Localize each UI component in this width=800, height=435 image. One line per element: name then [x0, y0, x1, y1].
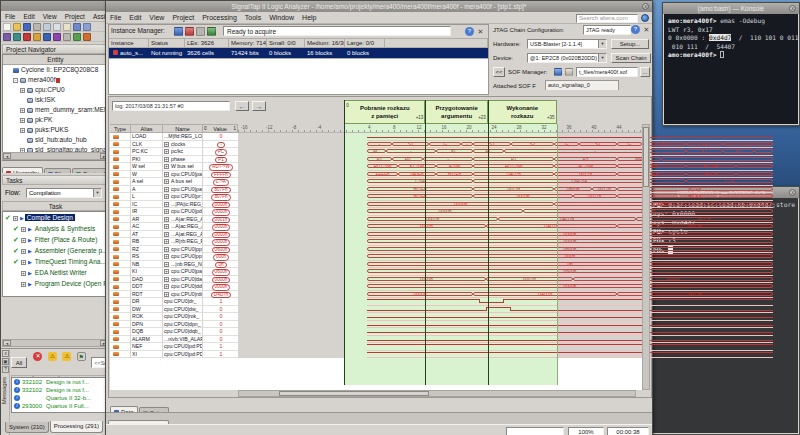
- signal-row-w[interactable]: W+cpu:CPU0|pa:PA|wFFFFh: [110, 171, 238, 179]
- help-icon[interactable]: ?: [465, 27, 474, 36]
- task-list-hscrollbar[interactable]: ◄ ►: [2, 339, 109, 347]
- scan-chain-button[interactable]: Scan Chain: [611, 53, 651, 63]
- task-expander-icon[interactable]: +: [21, 271, 26, 276]
- task-expander-icon[interactable]: +: [13, 216, 18, 221]
- signal-name-cell[interactable]: +cpu:CPU0|rdt_: [163, 291, 203, 299]
- chevron-down-icon[interactable]: ▼: [598, 54, 606, 62]
- instance-column-2[interactable]: LEs: 3626: [185, 38, 229, 48]
- signaltap-titlebar[interactable]: SignalTap II Logic Analyzer - /home/amo/…: [106, 1, 652, 12]
- task-item-program-device-open-pro-[interactable]: +▶Program Device (Open Pro...: [3, 278, 108, 289]
- signal-expander-icon[interactable]: +: [164, 217, 169, 222]
- message-row[interactable]: i332102Design is not f...: [12, 386, 108, 394]
- waveform-row-dw[interactable]: [367, 306, 773, 314]
- task-item-timequest-timing-ana-[interactable]: ✔+▶TimeQuest Timing Ana...: [3, 256, 108, 267]
- stop-compile-icon[interactable]: [23, 33, 31, 41]
- tree-item-cpu-cpu0[interactable]: +cpu:CPU0: [3, 85, 108, 95]
- copy-icon[interactable]: [53, 23, 61, 31]
- waveform-row-rdt[interactable]: 0000hD4D7h0017h: [367, 291, 773, 299]
- menu-item-tools[interactable]: Tools: [241, 12, 265, 24]
- tree-item-isk-isk[interactable]: isk:ISK: [3, 95, 108, 105]
- signal-alias-cell[interactable]: DDT: [131, 283, 163, 291]
- signal-row-dr[interactable]: DRcpu:CPU0|dr_1: [110, 298, 238, 306]
- konsole-bash-titlebar[interactable]: (amo:bash) — Konsole: [663, 3, 799, 14]
- time-ruler[interactable]: -16-12-8-44812162024283236404448: [238, 124, 644, 133]
- tree-expander-icon[interactable]: +: [20, 128, 25, 133]
- waveform-row-w-sel[interactable]: RDT->WKL->WA->WRDT->WAC->WA->WKL->W-: [367, 163, 773, 171]
- signal-expander-icon[interactable]: +: [164, 262, 169, 267]
- close-icon[interactable]: x: [789, 5, 796, 12]
- menu-item-file[interactable]: File: [106, 12, 125, 24]
- signal-name-cell[interactable]: cpu:CPU0|dqb_: [163, 328, 203, 336]
- signal-alias-cell[interactable]: A: [131, 186, 163, 194]
- close-panel-icon[interactable]: ✕: [476, 27, 485, 36]
- signal-alias-cell[interactable]: DPN: [131, 321, 163, 329]
- waveform-row-rs[interactable]: 000h: [367, 253, 773, 261]
- signal-alias-cell[interactable]: AT: [131, 231, 163, 239]
- tree-item-cyclone-ii-ep2c8q208c8[interactable]: Cyclone II: EP2C8Q208C8: [3, 65, 108, 75]
- signal-name-cell[interactable]: +W bus sel: [163, 163, 203, 171]
- tab-system-210-[interactable]: System (210): [5, 422, 49, 433]
- waveform-row-dpn[interactable]: [367, 321, 773, 329]
- dock-icon[interactable]: ▣: [2, 358, 9, 365]
- signal-alias-cell[interactable]: XI: [131, 351, 163, 359]
- signal-alias-cell[interactable]: DR: [131, 298, 163, 306]
- waveform-row-ddt[interactable]: 0000h: [367, 283, 773, 291]
- signal-alias-cell[interactable]: IC: [131, 201, 163, 209]
- signal-alias-cell[interactable]: IR: [131, 208, 163, 216]
- signal-name-cell[interactable]: cpu:CPU0|dpn_: [163, 321, 203, 329]
- waveform-row-dr[interactable]: [367, 298, 773, 306]
- tree-item-pk-pk[interactable]: +pk:PK: [3, 115, 108, 125]
- waveform-vscrollbar[interactable]: [642, 124, 650, 390]
- waveform-row-ki[interactable]: 0600h: [367, 268, 773, 276]
- signal-alias-cell[interactable]: W: [131, 171, 163, 179]
- waveform-row-load[interactable]: [367, 133, 773, 141]
- task-expander-icon[interactable]: +: [21, 282, 26, 287]
- close-panel-icon[interactable]: ✕: [642, 25, 651, 34]
- messages-all-button[interactable]: All: [11, 357, 27, 368]
- signal-row-ar[interactable]: AR+...A|ar:REG_AR|ar0001h: [110, 216, 238, 224]
- signal-name-cell[interactable]: +cpu:CPU0|ddt_: [163, 283, 203, 291]
- signal-name-cell[interactable]: cpu:CPU0|pd:PD|nef: [163, 343, 203, 351]
- signal-row-dad[interactable]: DAD+cpu:CPU0|dad_0000h: [110, 276, 238, 284]
- program-device-icon[interactable]: [554, 68, 562, 76]
- tree-item-sld-hub-auto-hub[interactable]: sld_hub:auto_hub: [3, 135, 108, 145]
- signal-row-ac[interactable]: AC+...A|ac:REG_AC|ac0000h: [110, 223, 238, 231]
- message-row[interactable]: i332102Design is not f...: [12, 378, 108, 386]
- message-row[interactable]: iQuartus II 32-b...: [12, 394, 108, 402]
- signal-alias-cell[interactable]: L: [131, 193, 163, 201]
- signal-alias-cell[interactable]: ALARM: [131, 336, 163, 344]
- flag-filter-icon[interactable]: ⚑: [77, 352, 86, 361]
- instance-column-3[interactable]: Memory: 71424: [229, 38, 267, 48]
- signal-row-load[interactable]: LOAD...M|fld:REG_LOAD|q0: [110, 133, 238, 141]
- waveform-row-alarm[interactable]: [367, 336, 773, 344]
- task-item-analysis-synthesis[interactable]: ✔+▶Analysis & Synthesis: [3, 223, 108, 234]
- signal-expander-icon[interactable]: +: [164, 179, 169, 184]
- warning-filter-icon[interactable]: ⚠: [62, 352, 71, 361]
- signal-alias-cell[interactable]: RB: [131, 238, 163, 246]
- waveform-row-rb[interactable]: 0000h: [367, 238, 773, 246]
- signal-name-cell[interactable]: +A bus sel: [163, 178, 203, 186]
- flow-select[interactable]: Compilation ▼: [26, 188, 102, 198]
- waveform-rows[interactable]: -S1G-S1S2GS1GS1G-PC-KCPC-KCPC-P1P0-P1P3W…: [367, 133, 773, 358]
- waveform-row-rok[interactable]: [367, 313, 773, 321]
- signal-name-cell[interactable]: +cpu:CPU0|dad_: [163, 276, 203, 284]
- signal-name-cell[interactable]: +cpu:CPU0|pp:PP|rz: [163, 246, 203, 254]
- signal-name-cell[interactable]: +...A|ar:REG_AR|ar: [163, 216, 203, 224]
- signal-expander-icon[interactable]: +: [164, 292, 169, 297]
- signal-row-nef[interactable]: NEFcpu:CPU0|pd:PD|nef1: [110, 343, 238, 351]
- signal-name-cell[interactable]: +cpu:CPU0|pa:PA|a: [163, 186, 203, 194]
- signal-expander-icon[interactable]: +: [164, 269, 169, 274]
- signal-alias-cell[interactable]: W sel: [131, 163, 163, 171]
- print-icon[interactable]: [33, 23, 41, 31]
- signal-expander-icon[interactable]: +: [164, 284, 169, 289]
- error-filter-icon[interactable]: ✕: [33, 352, 42, 361]
- signal-name-cell[interactable]: +clocks: [163, 141, 203, 149]
- signal-row-a[interactable]: A+cpu:CPU0|pa:PA|a807Fh: [110, 186, 238, 194]
- signal-row-xi[interactable]: XIcpu:CPU0|pd:PD|xi1: [110, 351, 238, 359]
- signal-expander-icon[interactable]: +: [164, 142, 169, 147]
- signal-alias-cell[interactable]: ROK: [131, 313, 163, 321]
- signal-alias-cell[interactable]: DW: [131, 306, 163, 314]
- signal-expander-icon[interactable]: +: [164, 247, 169, 252]
- menu-item-project[interactable]: Project: [61, 11, 89, 22]
- menu-item-edit[interactable]: Edit: [125, 12, 145, 24]
